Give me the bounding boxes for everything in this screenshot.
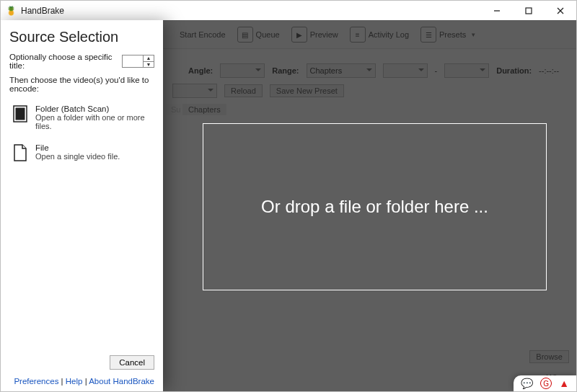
- folder-icon: [12, 104, 28, 123]
- g-icon[interactable]: G: [540, 378, 552, 389]
- app-title: HandBrake: [21, 6, 64, 16]
- messenger-icon[interactable]: 💬: [521, 378, 533, 389]
- source-file-title: File: [35, 143, 120, 152]
- logo-icon[interactable]: ▲: [559, 378, 569, 389]
- maximize-button[interactable]: [513, 1, 545, 20]
- system-tray: 💬 G ▲: [514, 375, 576, 391]
- window-controls: [481, 1, 576, 20]
- drop-zone-text: Or drop a file or folder here ...: [261, 197, 488, 217]
- about-handbrake-link[interactable]: About HandBrake: [89, 377, 154, 386]
- source-folder-title: Folder (Batch Scan): [35, 104, 151, 113]
- source-file-item[interactable]: File Open a single video file.: [12, 143, 151, 162]
- spinner-down-icon[interactable]: ▼: [144, 62, 154, 68]
- help-link[interactable]: Help: [66, 377, 83, 386]
- cancel-button[interactable]: Cancel: [110, 355, 154, 370]
- minimize-button[interactable]: [481, 1, 513, 20]
- panel-heading: Source Selection: [9, 29, 154, 45]
- svg-rect-1: [526, 8, 532, 14]
- close-button[interactable]: [545, 1, 576, 20]
- panel-links: Preferences | Help | About HandBrake: [9, 377, 154, 386]
- titlebar: 🍍 HandBrake: [1, 1, 576, 21]
- drop-zone[interactable]: Or drop a file or folder here ...: [203, 123, 547, 290]
- source-folder-item[interactable]: Folder (Batch Scan) Open a folder with o…: [12, 104, 151, 130]
- app-icon: 🍍: [5, 5, 17, 17]
- title-number-input[interactable]: [122, 55, 144, 68]
- spinner-up-icon[interactable]: ▲: [144, 55, 154, 62]
- app-window: 🍍 HandBrake Start Encode ▤ Queue: [0, 0, 577, 392]
- preferences-link[interactable]: Preferences: [14, 377, 58, 386]
- then-choose-label: Then choose the video(s) you'd like to e…: [9, 76, 154, 93]
- svg-rect-5: [16, 108, 25, 120]
- source-folder-desc: Open a folder with one or more files.: [35, 113, 151, 130]
- title-number-spinner[interactable]: ▲ ▼: [122, 55, 154, 68]
- file-icon: [12, 143, 28, 162]
- source-selection-panel: Source Selection Optionally choose a spe…: [1, 20, 163, 391]
- optional-title-label: Optionally choose a specific title:: [9, 53, 122, 70]
- source-file-desc: Open a single video file.: [35, 152, 120, 161]
